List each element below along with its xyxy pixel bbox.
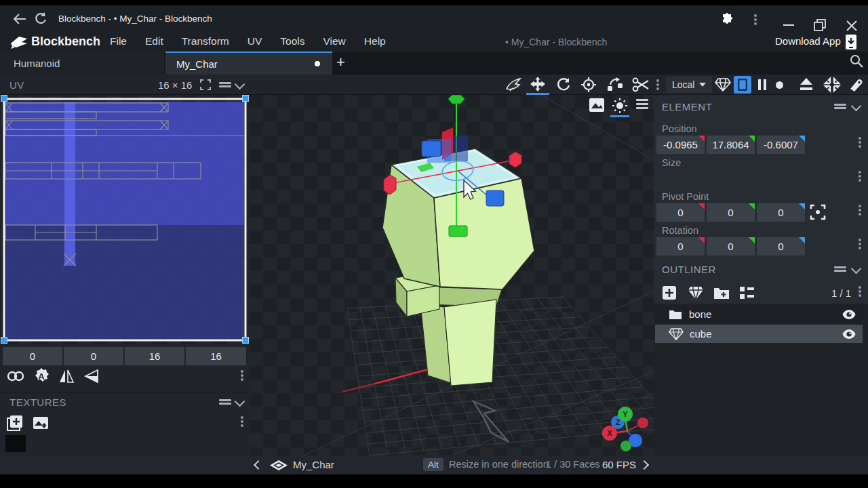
menu-uv[interactable]: UV [248,35,262,47]
uv-panel-menu-icon[interactable] [219,82,231,84]
new-tab-button[interactable]: + [336,54,345,71]
axis-gizmo[interactable]: Z Y X [602,407,648,451]
menu-tools[interactable]: Tools [280,35,304,47]
pivot-center-button[interactable] [810,204,826,220]
toggle-list-button[interactable] [739,286,754,300]
link-uv-icon[interactable] [7,369,24,384]
restore-button[interactable] [814,19,826,31]
browser-menu-icon[interactable] [754,14,757,17]
dot-toggle-button[interactable] [776,81,783,89]
position-overflow-icon[interactable] [859,137,861,140]
vertex-snap-tool-button[interactable] [632,77,650,93]
select-tool-button[interactable] [505,77,524,93]
uv-panel-title: UV [9,79,24,91]
size-overflow-icon[interactable] [859,171,861,174]
visibility-toggle[interactable] [842,329,856,340]
pivot-overflow-icon[interactable] [859,205,861,207]
menu-transform[interactable]: Transform [182,35,229,47]
uv-handle-bl[interactable] [1,337,7,344]
pivot-tool-button[interactable] [580,77,597,93]
uv-x-field[interactable]: 0 [3,347,62,365]
textures-title: TEXTURES [9,396,66,408]
position-y-field[interactable]: 17.8064 [707,136,755,154]
x-axis-corner [698,237,705,243]
close-button[interactable] [846,20,857,31]
position-x-field[interactable]: -0.0965 [656,136,705,154]
textures-collapse-icon[interactable] [235,396,245,407]
uv-y-field[interactable]: 0 [64,347,123,365]
svg-text:Y: Y [623,410,628,418]
textures-menu-icon[interactable] [219,399,231,401]
viewport-menu-icon[interactable] [636,99,648,101]
create-texture-button[interactable] [7,415,23,431]
outliner-node-bone[interactable]: bone [655,305,863,323]
texture-thumbnail[interactable] [5,435,26,452]
rotation-y-field[interactable]: 0 [707,237,755,256]
search-icon[interactable] [850,54,863,68]
outliner-node-cube[interactable]: cube [655,325,863,343]
project-tab-label: My_Char [176,58,218,70]
move-tool-button[interactable] [526,76,549,94]
transform-space-select[interactable]: Local [666,77,712,93]
pivot-x-field[interactable]: 0 [656,203,705,222]
import-texture-button[interactable] [33,416,49,430]
model-head[interactable] [382,148,534,289]
uv-handle-tl[interactable] [1,95,7,102]
background-image-button[interactable] [589,98,605,113]
menu-view[interactable]: View [323,35,345,47]
add-group-button[interactable] [713,286,730,300]
outliner-menu-icon[interactable] [834,266,846,268]
uv-width-field[interactable]: 16 [125,347,184,365]
menu-edit[interactable]: Edit [145,35,163,47]
flip-uv-icon[interactable] [84,369,100,383]
element-gem-toggle-button[interactable] [715,77,731,92]
reload-icon[interactable] [34,12,47,26]
element-menu-icon[interactable] [834,104,846,106]
menu-help[interactable]: Help [364,35,386,47]
pivot-z-field[interactable]: 0 [757,203,805,222]
back-icon[interactable] [12,12,27,26]
rotation-z-field[interactable]: 0 [757,237,805,256]
add-cube-button[interactable] [662,285,677,300]
uv-handle-br[interactable] [242,337,249,344]
center-view-button[interactable] [823,77,841,93]
visibility-toggle[interactable] [842,309,856,320]
uv-width-value: 16 [149,350,161,362]
knife-tool-button[interactable] [849,77,865,93]
rotation-overflow-icon[interactable] [859,239,861,241]
position-z-field[interactable]: -0.6007 [757,136,805,154]
pause-toggle-button[interactable] [758,79,761,90]
uv-canvas[interactable] [3,96,247,344]
outliner-collapse-icon[interactable] [851,264,862,274]
box-uv-toggle-button[interactable] [734,76,751,94]
download-app-icon[interactable] [845,34,857,50]
status-prev-icon[interactable] [254,460,263,470]
download-app-link[interactable]: Download App [775,35,841,47]
extension-icon[interactable] [720,13,734,26]
uv-overflow-icon[interactable] [241,370,243,373]
outliner-overflow-icon[interactable] [859,286,861,289]
mirror-uv-icon[interactable] [58,368,75,384]
pivot-y-field[interactable]: 0 [707,203,755,222]
rotation-x-field[interactable]: 0 [656,237,705,256]
project-tab[interactable]: My_Char [165,52,332,75]
fullscreen-icon[interactable] [200,79,211,90]
element-collapse-icon[interactable] [851,101,862,112]
uv-handle-tr[interactable] [242,95,249,102]
resize-tool-button[interactable] [606,77,624,93]
status-next-icon[interactable] [639,460,649,470]
export-button[interactable] [797,77,815,93]
shading-toggle-button[interactable] [610,96,629,115]
status-model-name: My_Char [293,459,334,470]
textures-overflow-icon[interactable] [241,416,243,419]
uv-height-field[interactable]: 16 [186,347,246,365]
uv-panel-collapse-icon[interactable] [235,79,245,90]
add-mesh-button[interactable] [688,285,704,300]
menu-file[interactable]: File [110,35,127,47]
auto-uv-icon[interactable]: A [33,367,50,388]
toolbar-overflow-icon[interactable] [656,79,659,82]
minimize-button[interactable] [783,24,794,26]
model-character[interactable] [395,272,502,386]
viewport-3d[interactable]: Z Y X [250,95,654,455]
rotate-tool-button[interactable] [555,77,572,93]
